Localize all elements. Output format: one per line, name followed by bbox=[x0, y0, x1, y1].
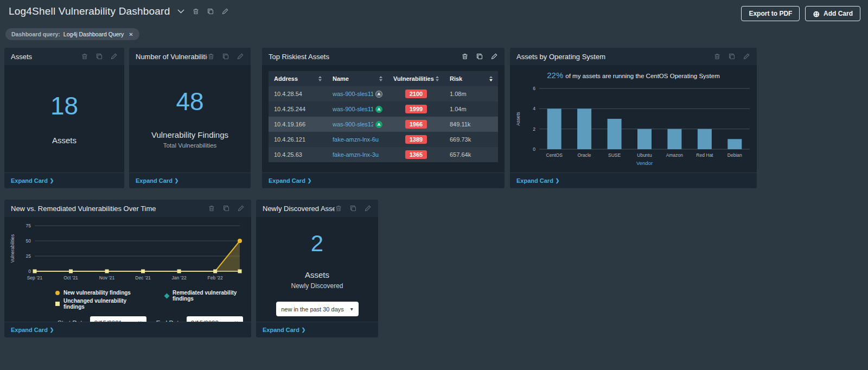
svg-text:Vulnerabilities: Vulnerabilities bbox=[10, 234, 15, 263]
legend-diamond-marker bbox=[164, 293, 169, 298]
copy-icon[interactable] bbox=[728, 53, 736, 60]
add-card-button[interactable]: ⊕Add Card bbox=[805, 6, 860, 21]
asset-address: 10.4.19.166 bbox=[269, 121, 327, 127]
card-action-icons bbox=[81, 53, 118, 60]
copy-icon[interactable] bbox=[222, 53, 229, 60]
chevron-right-icon: ❯ bbox=[50, 178, 54, 183]
asset-risk: 1.08m bbox=[444, 91, 498, 97]
card-footer: Expand Card❯ bbox=[262, 173, 505, 188]
card-body: 18 Assets bbox=[4, 65, 124, 145]
timeframe-select[interactable]: new in the past 30 days ▾ bbox=[276, 302, 359, 316]
vulnerability-count-badge: 1389 bbox=[405, 135, 427, 144]
svg-text:0: 0 bbox=[28, 269, 31, 274]
riskiest-table-body: 10.4.28.54was-900-sles11-jr...A21001.08m… bbox=[269, 86, 498, 162]
card-trend: New vs. Remediated Vulnerabilities Over … bbox=[4, 200, 251, 337]
plus-circle-icon: ⊕ bbox=[813, 10, 820, 18]
expand-card-link[interactable]: Expand Card❯ bbox=[516, 177, 559, 184]
legend-square-marker bbox=[55, 302, 60, 306]
edit-pencil-icon[interactable] bbox=[221, 8, 229, 15]
asset-address: 10.4.25.63 bbox=[269, 151, 327, 158]
sort-icon bbox=[379, 76, 382, 81]
expand-card-link[interactable]: Expand Card❯ bbox=[11, 327, 54, 333]
card-footer: Expand Card❯ bbox=[510, 173, 757, 188]
svg-text:Oct '21: Oct '21 bbox=[63, 275, 78, 280]
chevron-right-icon: ❯ bbox=[50, 327, 54, 333]
dashboard-page: Log4Shell Vulnerability Dashboard Export… bbox=[0, 0, 868, 370]
trash-icon[interactable] bbox=[192, 8, 200, 15]
edit-pencil-icon[interactable] bbox=[364, 205, 372, 212]
asset-address: 10.4.25.244 bbox=[269, 106, 327, 112]
chip-label: Dashboard query: bbox=[11, 31, 60, 37]
trash-icon[interactable] bbox=[461, 53, 469, 60]
copy-icon[interactable] bbox=[207, 8, 214, 15]
column-header-name[interactable]: Name bbox=[327, 75, 388, 82]
newly-discovered-count: 2 bbox=[311, 232, 323, 255]
card-header: New vs. Remediated Vulnerabilities Over … bbox=[4, 200, 251, 217]
copy-icon[interactable] bbox=[476, 53, 483, 60]
card-newly-discovered: Newly Discovered Assets 2 Assets Newly D… bbox=[256, 200, 378, 337]
card-action-icons bbox=[207, 53, 244, 60]
card-footer: Expand Card❯ bbox=[4, 322, 251, 337]
card-footer: Expand Card❯ bbox=[129, 173, 251, 188]
asset-name-link[interactable]: was-900-sles11-jr... bbox=[333, 91, 373, 97]
trash-icon[interactable] bbox=[207, 53, 215, 60]
copy-icon[interactable] bbox=[349, 205, 357, 212]
card-top-riskiest-assets: Top Riskiest Assets Address Name Vulnera… bbox=[262, 48, 505, 188]
table-row[interactable]: 10.4.19.166was-900-sles12A1966849.11k bbox=[269, 117, 498, 132]
edit-pencil-icon[interactable] bbox=[237, 205, 245, 212]
asset-name-link[interactable]: fake-amzn-lnx-6u.vul... bbox=[333, 136, 379, 143]
newly-discovered-label: Assets bbox=[305, 270, 329, 279]
asset-address: 10.4.26.121 bbox=[269, 136, 327, 143]
dashboard-title-bar: Log4Shell Vulnerability Dashboard bbox=[9, 5, 229, 17]
chevron-down-icon[interactable] bbox=[177, 9, 184, 14]
copy-icon[interactable] bbox=[222, 205, 230, 212]
column-header-vulnerabilities[interactable]: Vulnerabilities bbox=[388, 75, 444, 82]
table-row[interactable]: 10.4.28.54was-900-sles11-jr...A21001.08m bbox=[269, 86, 498, 101]
card-footer: Expand Card❯ bbox=[4, 173, 124, 188]
card-header: Assets bbox=[4, 48, 124, 65]
dashboard-query-chip[interactable]: Dashboard query: Log4j Dashboard Query ✕ bbox=[5, 28, 139, 40]
dashboard-action-icons bbox=[192, 8, 229, 15]
trash-icon[interactable] bbox=[81, 53, 88, 60]
card-action-icons bbox=[713, 53, 750, 60]
edit-pencil-icon[interactable] bbox=[237, 53, 244, 60]
asset-name-link[interactable]: was-900-sles12 bbox=[333, 121, 373, 127]
edit-pencil-icon[interactable] bbox=[490, 53, 498, 60]
os-bar-chart: 0246CentOSOracleSUSEUbuntuAmazonRed HatD… bbox=[512, 81, 755, 169]
vulnerability-count-label: Vulnerability Findings bbox=[151, 130, 228, 139]
sort-icon bbox=[318, 76, 322, 81]
export-to-pdf-button[interactable]: Export to PDF bbox=[741, 6, 800, 21]
edit-pencil-icon[interactable] bbox=[743, 53, 750, 60]
svg-text:Dec '21: Dec '21 bbox=[135, 275, 151, 280]
trash-icon[interactable] bbox=[713, 53, 721, 60]
trash-icon[interactable] bbox=[208, 205, 215, 212]
card-title: Top Riskiest Assets bbox=[269, 53, 461, 61]
title-menu-icons bbox=[177, 8, 229, 15]
vulnerability-count-badge: 2100 bbox=[405, 90, 427, 98]
expand-card-link[interactable]: Expand Card❯ bbox=[11, 177, 54, 184]
svg-text:Vendor: Vendor bbox=[636, 160, 653, 166]
table-row[interactable]: 10.4.25.244was-900-sles11-p...A19991.04m bbox=[269, 101, 498, 117]
svg-text:6: 6 bbox=[533, 86, 535, 91]
expand-card-link[interactable]: Expand Card❯ bbox=[263, 327, 305, 333]
svg-text:0: 0 bbox=[533, 146, 535, 152]
chip-close-icon[interactable]: ✕ bbox=[129, 31, 133, 37]
table-row[interactable]: 10.4.26.121fake-amzn-lnx-6u.vul...138966… bbox=[269, 132, 498, 147]
card-body: 48 Vulnerability Findings Total Vulnerab… bbox=[129, 65, 251, 149]
svg-text:Amazon: Amazon bbox=[666, 152, 683, 158]
copy-icon[interactable] bbox=[95, 53, 103, 60]
column-header-address[interactable]: Address bbox=[269, 75, 327, 82]
trend-line-chart: 0255075Sep '21Oct '21Nov '21Dec '21Jan '… bbox=[7, 219, 249, 286]
trash-icon[interactable] bbox=[335, 205, 342, 212]
column-header-risk[interactable]: Risk bbox=[444, 75, 498, 82]
asset-name-link[interactable]: fake-amzn-lnx-3u.vul... bbox=[333, 151, 379, 158]
card-body: 2 Assets Newly Discovered new in the pas… bbox=[256, 217, 378, 316]
table-row[interactable]: 10.4.25.63fake-amzn-lnx-3u.vul...1365657… bbox=[269, 147, 498, 162]
expand-card-link[interactable]: Expand Card❯ bbox=[136, 177, 178, 184]
svg-text:75: 75 bbox=[26, 223, 31, 228]
expand-card-link[interactable]: Expand Card❯ bbox=[269, 177, 311, 184]
edit-pencil-icon[interactable] bbox=[110, 53, 118, 60]
chevron-right-icon: ❯ bbox=[175, 178, 179, 183]
agent-status-icon: A bbox=[375, 106, 382, 113]
asset-name-link[interactable]: was-900-sles11-p... bbox=[333, 106, 373, 112]
